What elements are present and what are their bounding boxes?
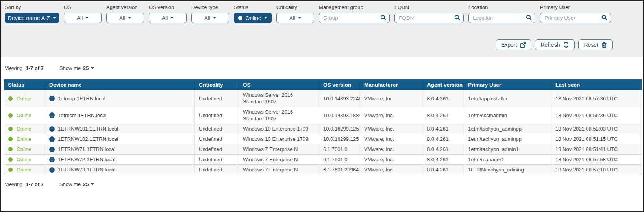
column-header-primary-user: Primary User (464, 79, 551, 90)
status-text: Online (17, 166, 31, 173)
primary-user-cell: 1ETRN\tachyon_adming (464, 165, 551, 175)
os-dropdown[interactable]: All (64, 13, 102, 23)
online-status-icon (8, 147, 13, 151)
info-icon[interactable]: i (49, 167, 55, 173)
fqdn-input[interactable] (394, 13, 464, 23)
location-input[interactable] (468, 13, 535, 23)
status-label: Status (234, 4, 272, 10)
criticality-label: Criticality (276, 4, 314, 10)
search-icon (526, 15, 532, 21)
os-version-cell: 6.1.7601.23964 (319, 165, 360, 175)
location-label: Location (468, 4, 535, 10)
criticality-cell: Undefined (195, 165, 239, 175)
sort-by-dropdown[interactable]: Device name A-Z (5, 13, 59, 23)
primary-user-cell: 1etrn\tachyon_adminpp (464, 134, 551, 144)
status-dropdown[interactable]: Online (234, 13, 272, 23)
status-cell: Online (4, 155, 45, 165)
chevron-down-icon (298, 17, 301, 19)
trash-icon (601, 42, 607, 48)
primary-user-input[interactable] (540, 13, 611, 23)
chevron-down-icon (170, 17, 174, 19)
info-icon[interactable]: i (49, 126, 55, 132)
table-row: Online i 1etrnap.1ETRN.local Undefined W… (4, 90, 642, 107)
device-name-text: 1etrncm.1ETRN.local (58, 112, 107, 119)
os-version-dropdown[interactable]: All (149, 13, 187, 23)
chevron-down-icon (85, 17, 89, 19)
status-dot-icon (238, 16, 242, 20)
agent-version-dropdown[interactable]: All (106, 13, 144, 23)
search-icon (454, 15, 461, 21)
status-text: Online (17, 156, 31, 163)
manufacturer-cell: VMware, Inc. (360, 90, 423, 107)
search-icon (601, 15, 608, 21)
refresh-label: Refresh (540, 42, 560, 48)
primary-user-label: Primary User (540, 4, 611, 10)
page-size-value: 25 (83, 181, 89, 187)
criticality-dropdown[interactable]: All (276, 13, 314, 23)
last-seen-cell: 18 Nov 2021 08:55:36 UTC (551, 107, 642, 124)
show-me-dropdown[interactable]: Show me 25 (59, 181, 94, 187)
chevron-down-icon (91, 183, 94, 185)
status-cell: Online (4, 165, 45, 175)
filter-device-type: Device type All (191, 4, 229, 23)
os-version-cell: 10.0.16299.125 (319, 124, 360, 134)
os-cell: Windows 7 Enterprise N (239, 144, 319, 155)
device-type-value: All (204, 15, 211, 21)
info-icon[interactable]: i (49, 96, 55, 101)
info-icon[interactable]: i (49, 147, 55, 152)
search-icon (380, 15, 387, 21)
os-value: All (77, 15, 83, 21)
last-seen-cell: 18 Nov 2021 08:51:41 UTC (551, 144, 642, 155)
device-name-text: 1ETRNW101.1ETRN.local (58, 125, 118, 132)
agent-version-cell: 8.0.4.261 (423, 134, 464, 144)
agent-version-value: All (119, 15, 126, 21)
os-version-label: OS version (149, 4, 187, 10)
status-text: Online (17, 136, 31, 142)
device-name-cell: i 1ETRNW71.1ETRN.local (45, 144, 195, 155)
page-size-value: 25 (83, 65, 89, 71)
export-button[interactable]: Export (496, 39, 531, 50)
status-cell: Online (4, 134, 45, 144)
info-icon[interactable]: i (49, 136, 55, 142)
column-header-device-name: Device name (45, 79, 195, 90)
column-header-agent-version: Agent version (423, 79, 464, 90)
refresh-icon (563, 42, 569, 48)
column-header-os-version: OS version (319, 79, 360, 90)
refresh-button[interactable]: Refresh (535, 39, 575, 50)
manufacturer-cell: VMware, Inc. (360, 155, 423, 165)
info-icon[interactable]: i (49, 112, 55, 118)
criticality-cell: Undefined (195, 107, 239, 124)
criticality-cell: Undefined (195, 124, 239, 134)
table-row: Online i 1etrncm.1ETRN.local Undefined W… (4, 107, 642, 124)
table-header-row: StatusDevice nameCriticalityOSOS version… (4, 79, 642, 90)
table-row: Online i 1ETRNW101.1ETRN.local Undefined… (4, 124, 642, 134)
agent-version-cell: 8.0.4.261 (423, 165, 464, 175)
chevron-down-icon (128, 17, 131, 19)
online-status-icon (8, 157, 13, 162)
show-me-dropdown[interactable]: Show me 25 (59, 65, 94, 71)
filter-location: Location (468, 4, 535, 23)
agent-version-cell: 8.0.4.261 (423, 124, 464, 134)
device-type-dropdown[interactable]: All (191, 13, 229, 23)
table-row: Online i 1ETRNW102.1ETRN.local Undefined… (4, 134, 642, 144)
os-cell: Windows Server 2016 Standard 1607 (239, 90, 319, 107)
management-group-input[interactable] (319, 13, 390, 23)
info-icon[interactable]: i (49, 157, 55, 162)
table-actions: Export Refresh Reset (5, 39, 643, 50)
status-text: Online (17, 125, 31, 132)
management-group-label: Management group (319, 4, 390, 10)
os-version-cell: 10.0.14393.2248 (319, 90, 360, 107)
criticality-cell: Undefined (195, 134, 239, 144)
filter-os: OS All (64, 4, 102, 23)
table-row: Online i 1ETRNW71.1ETRN.local Undefined … (4, 144, 642, 155)
device-name-cell: i 1etrncm.1ETRN.local (45, 107, 195, 124)
reset-label: Reset (584, 42, 598, 48)
reset-button[interactable]: Reset (578, 39, 613, 50)
device-name-text: 1ETRNW72.1ETRN.local (58, 156, 115, 163)
chevron-down-icon (264, 17, 267, 19)
filter-bar: Sort by Device name A-Z OS All Agent ver… (1, 1, 643, 57)
agent-version-cell: 8.0.4.261 (423, 144, 464, 155)
device-name-text: 1ETRNW71.1ETRN.local (58, 146, 115, 153)
online-status-icon (8, 137, 13, 141)
os-cell: Windows 10 Enterprise 1709 (239, 134, 319, 144)
